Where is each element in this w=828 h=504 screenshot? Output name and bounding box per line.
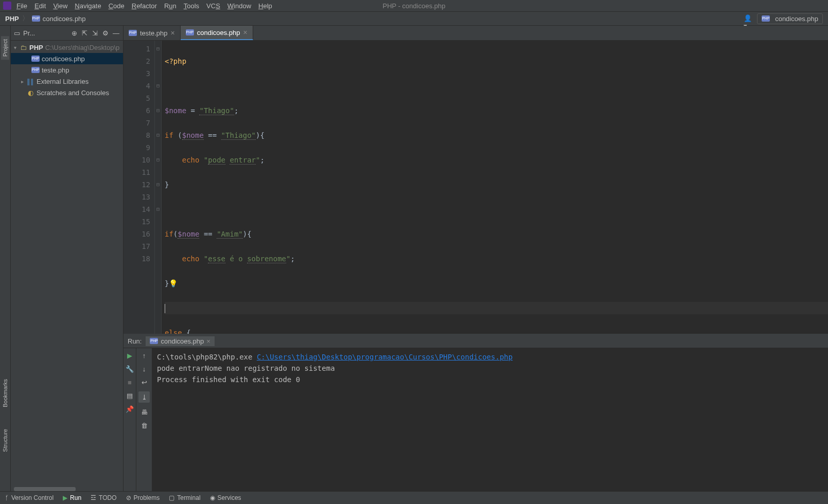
status-terminal[interactable]: ▢Terminal <box>169 494 200 501</box>
tab-teste[interactable]: PHP teste.php × <box>124 26 181 40</box>
structure-tool-tab[interactable]: Structure <box>1 426 9 455</box>
project-view-icon[interactable]: ▭ <box>14 29 20 37</box>
play-icon: ▶ <box>63 494 67 501</box>
php-file-icon: PHP <box>186 29 194 35</box>
run-tab[interactable]: PHP condicoes.php × <box>146 336 214 346</box>
fold-gutter[interactable]: ⊟ ⊟ ⊟ ⊟ ⊟ ⊟ ⊟ <box>155 41 162 334</box>
php-file-icon: PHP <box>129 30 137 36</box>
editor-tabs: PHP teste.php × PHP condicoes.php × <box>124 26 828 41</box>
folder-icon: 🗀 <box>19 44 27 51</box>
app-logo <box>3 2 11 10</box>
branch-icon: ᚶ <box>5 494 9 501</box>
menu-code[interactable]: Code <box>109 2 125 10</box>
up-icon[interactable]: ↑ <box>140 351 148 359</box>
breadcrumb-file[interactable]: condicoes.php <box>43 15 86 23</box>
project-panel: ▭ Pr... ⊕ ⇱ ⇲ ⚙ — ▾ 🗀 PHP C:\Users\thiag… <box>11 26 124 491</box>
stop-icon[interactable]: ■ <box>126 378 134 386</box>
pin-icon[interactable]: 📌 <box>126 405 134 413</box>
services-icon: ◉ <box>210 494 215 501</box>
scratch-icon: ◐ <box>26 89 34 96</box>
terminal-icon: ▢ <box>169 494 174 501</box>
php-file-icon: PHP <box>32 15 40 22</box>
console-stdout: pode entrarNome nao registrado no sistem… <box>157 364 335 372</box>
collapse-all-icon[interactable]: ⇲ <box>92 29 99 37</box>
menu-file[interactable]: File <box>16 2 27 10</box>
close-icon[interactable]: × <box>243 28 248 37</box>
problems-icon: ⊘ <box>126 494 131 501</box>
console-output[interactable]: C:\tools\php82\php.exe C:\Users\thiag\De… <box>152 348 828 491</box>
status-services[interactable]: ◉Services <box>210 494 241 501</box>
line-number-gutter[interactable]: 123456789101112131415161718 <box>124 41 155 334</box>
text-caret <box>165 304 165 313</box>
todo-icon: ☲ <box>91 494 96 501</box>
php-file-icon: PHP <box>762 15 770 22</box>
window-title: PHP - condicoes.php <box>383 2 446 10</box>
expand-all-icon[interactable]: ⇱ <box>82 29 89 37</box>
layout-icon[interactable]: ▤ <box>126 391 134 400</box>
console-link[interactable]: C:\Users\thiag\Desktop\programacao\Curso… <box>257 353 513 361</box>
menu-view[interactable]: View <box>53 2 67 10</box>
editor-area: PHP teste.php × PHP condicoes.php × 1234… <box>124 26 828 491</box>
breadcrumb-sep: 〉 <box>22 14 29 23</box>
run-config-selector[interactable]: PHP condicoes.php <box>757 13 823 24</box>
tree-file-teste[interactable]: PHP teste.php <box>11 64 123 76</box>
status-problems[interactable]: ⊘Problems <box>126 494 160 501</box>
breadcrumb-root[interactable]: PHP <box>5 15 19 23</box>
project-tree[interactable]: ▾ 🗀 PHP C:\Users\thiag\Desktop\p PHP con… <box>11 41 123 485</box>
bookmarks-tool-tab[interactable]: Bookmarks <box>1 376 9 410</box>
tree-file-condicoes[interactable]: PHP condicoes.php <box>11 53 123 64</box>
user-icon[interactable]: 👤▾ <box>744 14 752 23</box>
php-file-icon: PHP <box>31 67 40 73</box>
settings-icon[interactable]: ⚙ <box>102 29 110 37</box>
down-icon[interactable]: ↓ <box>140 365 148 373</box>
soft-wrap-icon[interactable]: ↩ <box>140 378 148 386</box>
print-icon[interactable]: 🖶 <box>140 408 148 416</box>
tab-condicoes[interactable]: PHP condicoes.php × <box>181 26 253 40</box>
locate-icon[interactable]: ⊕ <box>72 29 79 37</box>
scroll-end-icon[interactable]: ⤓ <box>138 391 150 403</box>
close-icon[interactable]: × <box>206 337 210 345</box>
tree-root[interactable]: ▾ 🗀 PHP C:\Users\thiag\Desktop\p <box>11 42 123 53</box>
php-file-icon: PHP <box>150 338 158 344</box>
intention-bulb-icon[interactable]: 💡 <box>169 279 178 287</box>
run-panel-header: Run: PHP condicoes.php × <box>124 334 828 348</box>
menu-help[interactable]: Help <box>258 2 272 10</box>
code-editor[interactable]: 123456789101112131415161718 ⊟ ⊟ ⊟ ⊟ ⊟ ⊟ … <box>124 41 828 334</box>
project-tool-tab[interactable]: Project <box>1 36 9 60</box>
close-icon[interactable]: × <box>171 29 175 37</box>
menu-refactor[interactable]: Refactor <box>132 2 157 10</box>
status-version-control[interactable]: ᚶVersion Control <box>5 494 54 501</box>
tree-external-libs[interactable]: ▸ ‖‖ External Libraries <box>11 76 123 87</box>
status-run[interactable]: ▶Run <box>63 494 81 501</box>
menu-tools[interactable]: Tools <box>184 2 199 10</box>
wrench-icon[interactable]: 🔧 <box>126 365 134 373</box>
horizontal-scrollbar[interactable] <box>14 487 76 491</box>
status-bar: ᚶVersion Control ▶Run ☲TODO ⊘Problems ▢T… <box>0 491 828 504</box>
run-config-label: condicoes.php <box>775 15 818 23</box>
main-area: Project Bookmarks Structure ▭ Pr... ⊕ ⇱ … <box>0 26 828 491</box>
breadcrumb: PHP 〉 PHP condicoes.php 👤▾ PHP condicoes… <box>0 12 828 26</box>
trash-icon[interactable]: 🗑 <box>140 421 148 429</box>
status-todo[interactable]: ☲TODO <box>91 494 116 501</box>
console-cmd: C:\tools\php82\php.exe <box>157 353 257 361</box>
menu-vcs[interactable]: VCS <box>206 2 220 10</box>
library-icon: ‖‖ <box>26 78 34 85</box>
menu-navigate[interactable]: Navigate <box>75 2 101 10</box>
run-toolbar-left: ▶ 🔧 ■ ▤ 📌 <box>124 348 136 491</box>
run-toolbar-right: ↑ ↓ ↩ ⤓ 🖶 🗑 <box>136 348 152 491</box>
menu-window[interactable]: Window <box>227 2 251 10</box>
php-file-icon: PHP <box>31 56 40 62</box>
project-header: ▭ Pr... ⊕ ⇱ ⇲ ⚙ — <box>11 26 123 41</box>
menu-bar: File Edit View Navigate Code Refactor Ru… <box>0 0 828 12</box>
menu-run[interactable]: Run <box>164 2 177 10</box>
tree-scratches[interactable]: ◐ Scratches and Consoles <box>11 87 123 98</box>
run-panel: Run: PHP condicoes.php × ▶ 🔧 ■ ▤ 📌 <box>124 334 828 491</box>
console-exit: Process finished with exit code 0 <box>157 375 300 384</box>
rerun-icon[interactable]: ▶ <box>126 351 134 359</box>
code-content[interactable]: <?php $nome = "Thiago"; if ($nome == "Th… <box>162 41 828 334</box>
project-header-label[interactable]: Pr... <box>23 29 35 37</box>
run-label: Run: <box>128 337 142 345</box>
left-tool-strip: Project Bookmarks Structure <box>0 26 11 491</box>
menu-edit[interactable]: Edit <box>34 2 46 10</box>
hide-icon[interactable]: — <box>113 29 120 37</box>
